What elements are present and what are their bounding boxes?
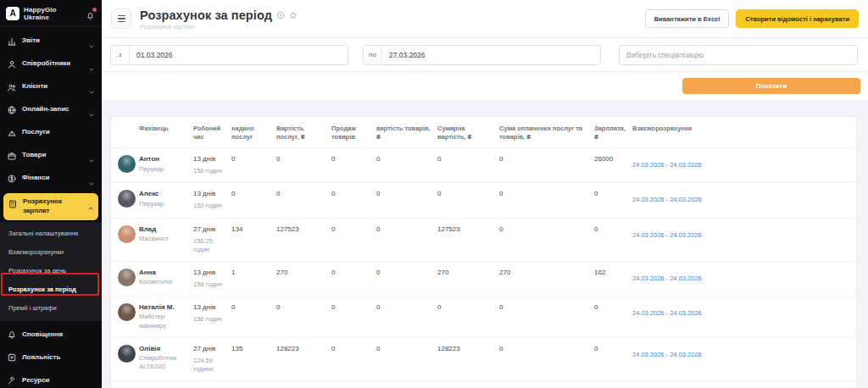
sidebar-item-товари[interactable]: Товари (0, 144, 102, 167)
specialist-role: Масажист (139, 235, 193, 243)
avatar[interactable] (118, 269, 139, 286)
working-hours: 156 годин (193, 167, 231, 175)
cell-working-time: 13 днів150 годин (193, 190, 231, 210)
sidebar-item-label: Послуги (22, 129, 95, 136)
sidebar-item-фінанси[interactable]: Фінанси (0, 167, 102, 190)
create-statements-button[interactable]: Створити відомості і нарахувати (736, 9, 859, 28)
settlement-link[interactable]: 24.03.2026 - 24.03.2026 (632, 196, 702, 203)
specialist-role: Співробітник ALTEGIO (139, 354, 193, 371)
settlement-link[interactable]: 24.03.2026 - 24.03.2026 (632, 309, 702, 317)
date-to-input[interactable] (382, 46, 600, 64)
cell-working-time: 13 днів156 годин (193, 303, 231, 324)
specialist-role: Перукар (139, 200, 193, 208)
show-button[interactable]: Показати (682, 78, 860, 94)
submenu-item-розрахунок-за-день[interactable]: Розрахунок за день (0, 262, 102, 280)
favorite-star-icon[interactable] (289, 11, 298, 19)
cell-services-count: 0 (231, 155, 276, 163)
sidebar-item-label: Лояльність (22, 354, 95, 362)
working-days: 13 днів (193, 269, 231, 276)
cell-working-time: 13 днів156 годин (193, 269, 231, 289)
payroll-table-card: ФахівецьРобочий часнадано послугВартість… (110, 116, 857, 388)
date-from-field[interactable]: з (110, 45, 348, 65)
cell-specialist[interactable]: АлексПерукар (139, 190, 193, 208)
avatar[interactable] (118, 303, 139, 321)
working-hours: 156 годин (193, 315, 231, 324)
avatar[interactable] (118, 345, 139, 363)
sidebar-item-ресурси[interactable]: Ресурси (0, 369, 102, 388)
sidebar-item-звіти[interactable]: Звіти (0, 30, 102, 53)
settlement-link[interactable]: 24.03.2026 - 24.03.2026 (632, 351, 702, 358)
brand[interactable]: A HappyGio Ukraine (0, 0, 102, 27)
person-icon (7, 59, 17, 69)
working-hours: 156.25 годин (193, 237, 231, 254)
main-area: Розрахунок за період Розрахунок зарплат … (102, 0, 868, 388)
sidebar-item-label: Онлайн-запис (22, 106, 83, 114)
submenu-item-премії-і-штрафи[interactable]: Премії і штрафи (0, 299, 102, 318)
title-block: Розрахунок за період Розрахунок зарплат (140, 8, 298, 30)
cell-settlements: 24.03.2026 - 24.03.2026 (632, 345, 849, 360)
sidebar-item-label: Сповіщення (22, 331, 95, 339)
avatar[interactable] (118, 155, 139, 173)
cell-settlements: 24.03.2026 - 24.03.2026 (632, 269, 849, 284)
chart-icon (7, 36, 17, 47)
notification-bell-icon[interactable] (86, 8, 96, 19)
cell-specialist[interactable]: Наталія М.Майстер манікюру (139, 303, 193, 330)
header-actions: Вивантажити в Excel Створити відомості і… (645, 9, 859, 28)
export-excel-button[interactable]: Вивантажити в Excel (645, 9, 730, 28)
avatar[interactable] (118, 225, 139, 243)
specialist-role: Косметолог (139, 278, 193, 286)
specialist-name: Анна (139, 269, 193, 277)
cell-salary: 0 (594, 345, 632, 352)
cell-specialist[interactable]: АннаКосметолог (139, 269, 193, 287)
date-from-input[interactable] (130, 46, 348, 64)
cell-specialist[interactable]: АнтонПерукар (139, 155, 193, 174)
cell-goods-cost: 0 (376, 225, 437, 233)
info-icon[interactable] (276, 11, 285, 19)
cell-specialist[interactable]: ВладМасажист (139, 225, 193, 244)
sidebar-item-співробітники[interactable]: Співробітники (0, 53, 102, 75)
sidebar-item-онлайн-запис[interactable]: Онлайн-запис (0, 98, 102, 121)
submenu-item-загальні-налаштування[interactable]: Загальні налаштування (0, 224, 102, 243)
cell-goods-sold: 0 (331, 269, 376, 276)
avatar[interactable] (118, 190, 139, 208)
menu-toggle-button[interactable] (111, 8, 131, 29)
cell-services-count: 134 (231, 225, 276, 233)
sidebar-item-payroll-group[interactable]: Розрахунок зарплат (3, 193, 98, 220)
specialization-select[interactable] (619, 45, 858, 65)
sidebar-item-клієнти[interactable]: Клієнти (0, 75, 102, 98)
sidebar-item-label: Ресурси (22, 377, 95, 385)
cell-specialist[interactable]: ОлівіяСпівробітник ALTEGIO (139, 345, 193, 372)
cell-services-count: 0 (231, 190, 276, 197)
chevron-down-icon (88, 61, 95, 68)
sidebar-item-лояльність[interactable]: Лояльність (0, 346, 102, 369)
service-bell-icon (7, 128, 17, 138)
show-bar: Показати (102, 72, 868, 100)
table-row-антон: АнтонПерукар13 днів156 годин000000260002… (111, 147, 856, 182)
settlement-link[interactable]: 24.03.2026 - 24.03.2026 (632, 231, 702, 239)
sidebar-item-сповіщення[interactable]: Сповіщення (0, 324, 102, 346)
profile-photo (118, 155, 136, 173)
sidebar-item-послуги[interactable]: Послуги (0, 121, 102, 144)
specialist-name: Олівія (139, 345, 193, 353)
cell-services-count: 135 (231, 345, 276, 352)
cell-total-cost: 0 (437, 190, 499, 197)
submenu-item-взаєморозрахунки[interactable]: Взаєморозрахунки (0, 243, 102, 262)
table-row-анна: АннаКосметолог13 днів156 годин1270002702… (111, 261, 856, 296)
specialization-input[interactable] (620, 46, 857, 64)
sidebar-nav-bottom: СповіщенняЛояльністьРесурси (0, 321, 102, 388)
chevron-down-icon (88, 84, 95, 91)
cell-settlements: 24.03.2026 - 24.03.2026 (632, 225, 849, 241)
settlement-link[interactable]: 24.03.2026 - 24.03.2026 (632, 161, 702, 169)
table-row-алекс: АлексПерукар13 днів150 годин000000024.03… (111, 182, 856, 217)
cell-goods-sold: 0 (331, 225, 376, 233)
column-header-надано-послуг: надано послуг (231, 125, 276, 141)
page-title: Розрахунок за період (140, 8, 272, 22)
date-to-field[interactable]: по (363, 45, 601, 65)
table-row-наталія-м: Наталія М.Майстер манікюру13 днів156 год… (111, 296, 856, 337)
cell-working-time: 27 днів156.25 годин (193, 225, 231, 254)
profile-photo (118, 225, 136, 243)
sidebar-item-label: Звіти (22, 37, 83, 45)
specialist-name: Алекс (139, 190, 193, 198)
settlement-link[interactable]: 24.03.2026 - 24.03.2026 (632, 274, 702, 282)
submenu-item-розрахунок-за-період[interactable]: Розрахунок за період (0, 280, 102, 299)
